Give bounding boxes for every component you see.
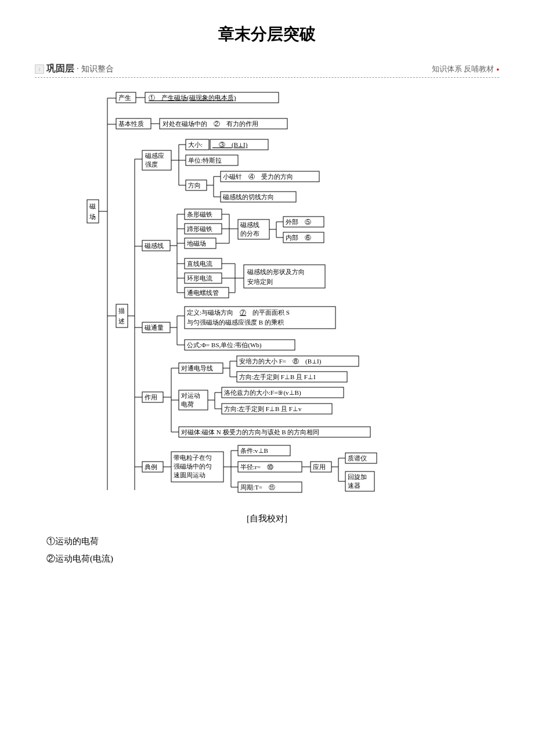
outer-label: 外部 ⑤ xyxy=(286,218,311,225)
on-wire: 对通电导线 xyxy=(181,365,213,372)
svg-text:速器: 速器 xyxy=(348,482,360,489)
ampere-rule: 安培定则 xyxy=(247,278,273,285)
amp-dir: 方向:左手定则 F⊥B 且 F⊥I xyxy=(239,373,316,380)
example-label: 典例 xyxy=(145,463,157,470)
on-charge: 对运动 xyxy=(181,392,200,399)
mfl-label: 磁感线 xyxy=(144,242,164,249)
mfi-size-val: ③ (B⊥I) xyxy=(212,141,248,149)
period: 周期:T= ⑪ xyxy=(240,484,275,491)
section-sub-label: 知识整合 xyxy=(81,64,114,74)
condition: 条件:v⊥B xyxy=(240,447,268,454)
lorentz-dir: 方向:左手定则 F⊥B 且 F⊥v xyxy=(224,405,302,412)
circular-motion: 带电粒子在匀 xyxy=(174,454,212,461)
mfi-dir-tan: 磁感线的切线方向 xyxy=(222,193,274,200)
basic-label: 基本性质 xyxy=(118,120,144,127)
lorentz-size: 洛伦兹力的大小:F=⑨(v⊥B) xyxy=(224,389,301,397)
mfi-dir-needle: 小磁针 ④ 受力的方向 xyxy=(223,173,293,180)
flux-def-2: 与匀强磁场的磁感应强度 B 的乘积 xyxy=(187,319,284,326)
svg-text:电荷: 电荷 xyxy=(181,401,194,408)
cyclotron: 回旋加 xyxy=(348,473,367,480)
produce-line: ① 产生磁场(磁现象的电本质) xyxy=(149,94,236,102)
line-current: 直线电流 xyxy=(187,260,212,267)
basic-line: 对处在磁场中的 ② 有力的作用 xyxy=(163,120,258,127)
solenoid: 通电螺线管 xyxy=(187,289,219,296)
answers-list: ①运动的电荷 ②运动电荷(电流) xyxy=(35,532,499,567)
self-check-caption: [自我校对] xyxy=(35,513,499,524)
flux-label: 磁通量 xyxy=(144,324,164,331)
produce-label: 产生 xyxy=(118,94,131,101)
svg-text:强度: 强度 xyxy=(145,161,158,168)
amp-size: 安培力的大小 F= ⑧ (B⊥I) xyxy=(239,358,322,365)
dist-label: 磁感线 xyxy=(240,221,259,228)
earth-mag: 地磁场 xyxy=(186,240,206,247)
concept-diagram: 磁场 产生 ① 产生磁场(磁现象的电本质) 基本性质 对处在磁场中的 ② 有力的… xyxy=(81,84,453,507)
mass-spectrometer: 质谱仪 xyxy=(348,455,367,462)
ring-current: 环形电流 xyxy=(187,275,212,282)
section-sep: · xyxy=(77,64,79,74)
answer-item: ②运动电荷(电流) xyxy=(46,550,499,567)
shape-dir: 磁感线的形状及方向 xyxy=(247,268,305,275)
horse-mag: 蹄形磁铁 xyxy=(187,225,212,232)
bar-mag: 条形磁铁 xyxy=(187,211,212,218)
mfi-unit: 单位:特斯拉 xyxy=(188,157,222,164)
svg-text:强磁场中的匀: 强磁场中的匀 xyxy=(174,463,212,470)
radius: 半径:r= ⑩ xyxy=(240,463,273,470)
effect-label: 作用 xyxy=(144,394,157,401)
inner-label: 内部 ⑥ xyxy=(286,234,311,241)
answer-item: ①运动的电荷 xyxy=(46,532,499,550)
mfi-size-label: 大小: xyxy=(188,141,203,148)
on-magnet: 对磁体:磁体 N 极受力的方向与该处 B 的方向相同 xyxy=(181,429,319,435)
application: 应用 xyxy=(313,463,326,470)
svg-text:的分布: 的分布 xyxy=(240,230,259,237)
page-title: 章末分层突破 xyxy=(35,23,499,45)
arrow-down-icon: ↓ xyxy=(35,64,44,74)
mfi-dir-label: 方向 xyxy=(188,182,201,189)
flux-def-1: 定义:与磁场方向 ⑦ 的平面面积 S xyxy=(187,309,290,316)
section-right-label: 知识体系 反哺教材 xyxy=(432,64,499,74)
section-header: ↓ 巩固层 · 知识整合 知识体系 反哺教材 xyxy=(35,63,499,78)
flux-formula: 公式:Φ= BS,单位:韦伯(Wb) xyxy=(187,341,262,349)
mfi-label: 磁感应 xyxy=(145,152,164,159)
section-main-label: 巩固层 xyxy=(46,63,74,75)
svg-text:速圆周运动: 速圆周运动 xyxy=(174,471,205,478)
